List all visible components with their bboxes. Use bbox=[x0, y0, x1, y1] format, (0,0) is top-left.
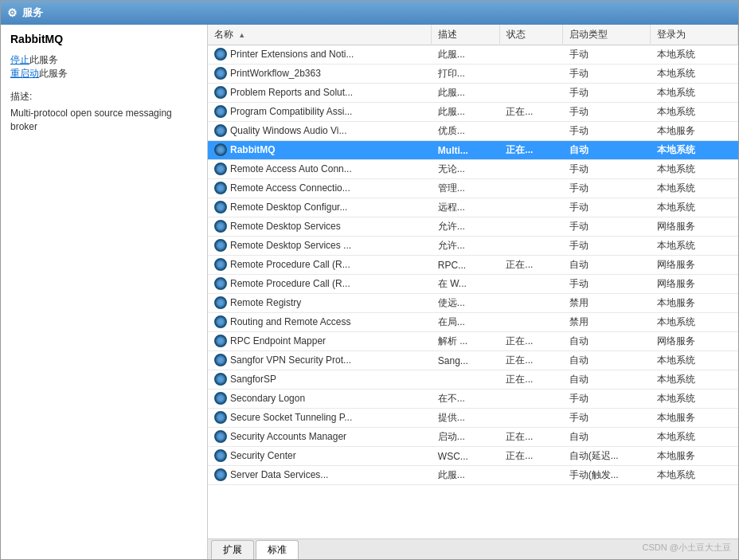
tab-扩展[interactable]: 扩展 bbox=[211, 540, 254, 559]
service-startup: 禁用 bbox=[563, 294, 651, 313]
service-icon bbox=[214, 124, 227, 137]
service-name-cell: SangforSP bbox=[208, 370, 391, 388]
service-icon bbox=[214, 182, 227, 194]
service-icon bbox=[214, 67, 227, 80]
service-icon bbox=[214, 258, 227, 271]
table-row[interactable]: Remote Desktop Services ...允许...手动本地系统 bbox=[208, 237, 738, 256]
service-startup: 手动 bbox=[563, 65, 651, 84]
table-row[interactable]: RPC Endpoint Mapper解析 ...正在...自动网络服务 bbox=[208, 332, 738, 351]
table-row[interactable]: Remote Access Auto Conn...无论...手动本地系统 bbox=[208, 160, 738, 179]
header-name[interactable]: 名称 ▲ bbox=[208, 25, 432, 45]
table-row[interactable]: Problem Reports and Solut...此服...手动本地系统 bbox=[208, 84, 738, 103]
table-row[interactable]: Remote Procedure Call (R...RPC...正在...自动… bbox=[208, 256, 738, 275]
service-status bbox=[499, 84, 562, 103]
service-desc: 管理... bbox=[432, 179, 499, 198]
service-name-cell: Security Center bbox=[208, 447, 391, 464]
service-name-text: PrintWorkflow_2b363 bbox=[230, 68, 321, 79]
service-name-cell: RabbitMQ bbox=[208, 141, 391, 159]
watermark: CSDN @小土豆大土豆 bbox=[643, 542, 731, 554]
table-row[interactable]: Remote Desktop Configur...远程...手动本地系统 bbox=[208, 198, 738, 217]
table-row[interactable]: Secure Socket Tunneling P...提供...手动本地服务 bbox=[208, 409, 738, 428]
table-row[interactable]: Remote Access Connectio...管理...手动本地系统 bbox=[208, 179, 738, 198]
service-login: 本地系统 bbox=[651, 160, 738, 179]
service-name-text: Security Center bbox=[230, 450, 296, 461]
header-status[interactable]: 状态 bbox=[499, 25, 562, 45]
service-startup: 自动 bbox=[563, 428, 651, 447]
description-label: 描述: bbox=[10, 90, 197, 104]
header-desc[interactable]: 描述 bbox=[432, 25, 499, 45]
table-row[interactable]: Remote Procedure Call (R...在 W...手动网络服务 bbox=[208, 275, 738, 294]
service-name-cell: Printer Extensions and Noti... bbox=[208, 45, 391, 63]
table-row[interactable]: Program Compatibility Assi...此服...正在...手… bbox=[208, 103, 738, 122]
service-status bbox=[499, 294, 562, 313]
tab-标准[interactable]: 标准 bbox=[256, 540, 299, 559]
service-name-cell: PrintWorkflow_2b363 bbox=[208, 65, 391, 82]
service-status bbox=[499, 179, 562, 198]
service-status bbox=[499, 217, 562, 237]
service-icon bbox=[214, 449, 227, 462]
service-icon bbox=[214, 48, 227, 61]
services-table: 名称 ▲ 描述 状态 启动类型 登录为 Printer Extensions a… bbox=[208, 25, 738, 485]
service-name-cell: Problem Reports and Solut... bbox=[208, 84, 391, 101]
service-login: 本地系统 bbox=[651, 103, 738, 122]
service-icon bbox=[214, 105, 227, 118]
service-name-text: Remote Desktop Services bbox=[230, 221, 341, 232]
table-row[interactable]: Server Data Services...此服...手动(触发...本地系统 bbox=[208, 466, 738, 485]
header-startup[interactable]: 启动类型 bbox=[563, 25, 651, 45]
service-startup: 手动 bbox=[563, 409, 651, 428]
service-name-text: Remote Access Auto Conn... bbox=[230, 163, 352, 174]
service-login: 本地服务 bbox=[651, 447, 738, 466]
table-row[interactable]: Security Accounts Manager启动...正在...自动本地系… bbox=[208, 428, 738, 447]
service-status bbox=[499, 313, 562, 332]
service-name-cell: Secure Socket Tunneling P... bbox=[208, 409, 391, 426]
service-status bbox=[499, 45, 562, 65]
service-login: 本地服务 bbox=[651, 122, 738, 141]
services-table-container[interactable]: 名称 ▲ 描述 状态 启动类型 登录为 Printer Extensions a… bbox=[208, 25, 738, 538]
service-login: 网络服务 bbox=[651, 332, 738, 351]
service-name-text: Remote Procedure Call (R... bbox=[230, 278, 350, 289]
table-row[interactable]: Remote Registry使远...禁用本地服务 bbox=[208, 294, 738, 313]
restart-suffix: 此服务 bbox=[39, 68, 68, 79]
table-row[interactable]: SangforSP正在...自动本地系统 bbox=[208, 370, 738, 390]
table-row[interactable]: Printer Extensions and Noti...此服...手动本地系… bbox=[208, 45, 738, 65]
stop-suffix: 此服务 bbox=[29, 54, 58, 65]
service-name-text: RPC Endpoint Mapper bbox=[230, 335, 326, 347]
table-row[interactable]: Remote Desktop Services允许...手动网络服务 bbox=[208, 217, 738, 237]
service-status bbox=[499, 160, 562, 179]
service-startup: 手动 bbox=[563, 84, 651, 103]
service-startup: 手动 bbox=[563, 45, 651, 65]
service-status bbox=[499, 237, 562, 256]
service-desc: 在局... bbox=[432, 313, 499, 332]
service-login: 本地系统 bbox=[651, 141, 738, 160]
table-row[interactable]: Security CenterWSC...正在...自动(延迟...本地服务 bbox=[208, 447, 738, 466]
table-row[interactable]: Quality Windows Audio Vi...优质...手动本地服务 bbox=[208, 122, 738, 141]
service-desc: WSC... bbox=[432, 447, 499, 466]
service-login: 本地系统 bbox=[651, 237, 738, 256]
service-desc: 启动... bbox=[432, 428, 499, 447]
sidebar-service-name: RabbitMQ bbox=[10, 33, 197, 45]
stop-service-link[interactable]: 停止 bbox=[10, 54, 29, 65]
table-row[interactable]: Sangfor VPN Security Prot...Sang...正在...… bbox=[208, 351, 738, 370]
description-text: Multi-protocol open source messaging bro… bbox=[10, 107, 197, 134]
service-login: 网络服务 bbox=[651, 217, 738, 237]
service-startup: 自动(延迟... bbox=[563, 447, 651, 466]
service-name-text: Server Data Services... bbox=[230, 469, 328, 480]
service-name-cell: RPC Endpoint Mapper bbox=[208, 332, 391, 350]
service-icon bbox=[214, 373, 227, 386]
service-icon bbox=[214, 296, 227, 309]
service-name-text: Printer Extensions and Noti... bbox=[230, 49, 354, 60]
table-row[interactable]: Routing and Remote Access在局...禁用本地系统 bbox=[208, 313, 738, 332]
restart-service-link[interactable]: 重启动 bbox=[10, 68, 39, 79]
table-row[interactable]: RabbitMQMulti...正在...自动本地系统 bbox=[208, 141, 738, 160]
service-startup: 手动 bbox=[563, 179, 651, 198]
service-desc: 优质... bbox=[432, 122, 499, 141]
table-row[interactable]: PrintWorkflow_2b363打印...手动本地系统 bbox=[208, 65, 738, 84]
service-status: 正在... bbox=[499, 370, 562, 390]
service-desc: 允许... bbox=[432, 237, 499, 256]
table-row[interactable]: Secondary Logon在不...手动本地系统 bbox=[208, 390, 738, 409]
sidebar: RabbitMQ 停止此服务 重启动此服务 描述: Multi-protocol… bbox=[1, 25, 208, 559]
service-status bbox=[499, 122, 562, 141]
service-name-text: Routing and Remote Access bbox=[230, 316, 350, 327]
service-startup: 自动 bbox=[563, 370, 651, 390]
header-login[interactable]: 登录为 bbox=[651, 25, 738, 45]
